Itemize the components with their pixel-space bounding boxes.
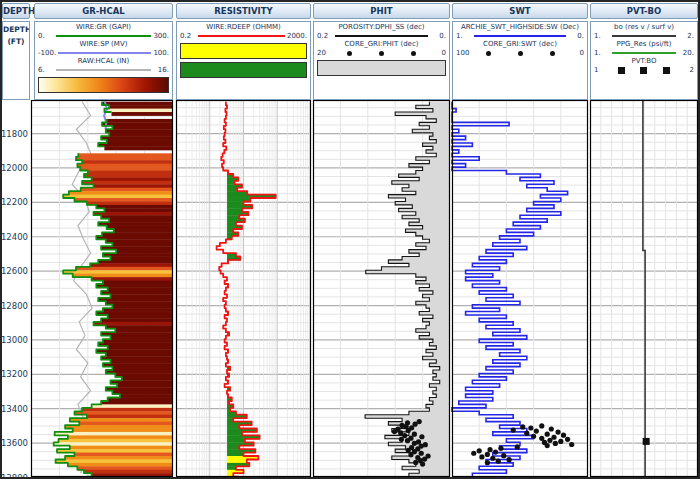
core-phit-point [408, 452, 413, 457]
gr-stripe [109, 105, 173, 109]
track-title-depth: DEPTH [2, 3, 30, 19]
track-title-resistivity: RESISTIVITY [176, 3, 311, 19]
legend-max: 20. [678, 49, 694, 57]
gr-stripe [104, 208, 173, 212]
core-swt-point [558, 439, 563, 444]
core-phit-point [406, 428, 411, 433]
gr-stripe [68, 435, 173, 439]
gr-stripe [108, 346, 173, 350]
legend-ppg-res-psi-ft-: PPG_Res (psi/ft)1.20. [593, 40, 695, 57]
core-swt-point [555, 430, 560, 435]
depth-label-12600: 12600 [1, 266, 28, 276]
fill-swatch-0 [180, 43, 307, 59]
core-dot-icon [518, 51, 523, 56]
gr-stripe [109, 219, 173, 223]
gr-stripe [93, 212, 173, 216]
legend-min: 1. [594, 49, 610, 57]
legend-pvt-bo: PVT:BO12 [593, 57, 695, 74]
gr-stripe [96, 236, 173, 240]
gr-stripe [107, 226, 173, 230]
gr-stripe [77, 466, 173, 470]
gr-stripe [75, 453, 173, 457]
gr-stripe [56, 459, 173, 463]
track-title-swt: SWT [452, 3, 588, 19]
legend-scale: 12 [594, 66, 694, 74]
gr-stripe [111, 360, 173, 364]
legend-min: 1 [594, 66, 610, 74]
resistivity-fill [227, 466, 236, 470]
track-header-swt: SWT ARCHIE_SWT_HIGHSIDE:SW (Dec)1.0.CORE… [452, 3, 588, 19]
legend-raw-hcal-in-: RAW:HCAL (IN)6.16. [37, 57, 170, 74]
resistivity-fill [227, 425, 239, 429]
legend-line [198, 35, 285, 37]
core-dot-icon [550, 51, 555, 56]
gr-stripe [114, 229, 173, 233]
legend-line [612, 35, 676, 37]
gr-stripe [101, 291, 173, 295]
gr-stripe [87, 415, 173, 419]
legend-scale: 1.0. [456, 32, 584, 40]
gr-stripe [77, 164, 173, 168]
legend-label: WIRE:RDEEP (OHMM) [179, 23, 308, 32]
legend-markers [333, 51, 430, 56]
gr-stripe [92, 404, 173, 408]
gr-stripe [82, 181, 173, 185]
gr-stripe [65, 425, 173, 429]
gr-stripe [112, 367, 173, 371]
core-phit-point [420, 462, 425, 467]
core-swt-point [511, 427, 516, 432]
legend-porosity-dphi-ss-dec-: POROSITY:DPHI_SS (dec)0.20. [316, 23, 447, 40]
gr-stripe [115, 329, 173, 333]
gr-stripe [120, 394, 173, 398]
legend-max: 300. [153, 32, 169, 40]
core-phit-point [413, 460, 418, 465]
core-phit-point [399, 437, 404, 442]
gr-stripe [103, 308, 173, 312]
pvt-bo-legend-box: bo (res v / surf v)1.2.PPG_Res (psi/ft)1… [590, 21, 698, 100]
gr-stripe [112, 243, 173, 247]
core-swt-point [569, 442, 574, 447]
gr-stripe [104, 146, 173, 150]
gr-stripe [92, 177, 173, 181]
gr-stripe [79, 422, 173, 426]
gr-stripe [78, 153, 173, 157]
depth-label-11800: 11800 [1, 129, 28, 139]
legend-core-gri-phit-dec-: CORE_GRI:PHIT (dec)200 [316, 40, 447, 57]
core-swt-point [545, 443, 550, 448]
legend-wire-sp-mv-: WIRE:SP (MV)-100.100. [37, 40, 170, 57]
gr-stripe [101, 356, 173, 360]
legend-max: 100. [153, 49, 169, 57]
core-swt-point [496, 459, 501, 464]
legend-wire-gr-gapi-: WIRE:GR (GAPI)0.300. [37, 23, 170, 40]
gr-stripe [96, 205, 173, 209]
gr-stripe [75, 198, 173, 202]
gr-stripe [75, 411, 173, 415]
core-swt-point [485, 452, 490, 457]
depth-label-12400: 12400 [1, 232, 28, 242]
core-phit-point [419, 451, 424, 456]
track-title-phit: PHIT [313, 3, 450, 19]
gr-stripe [106, 301, 173, 305]
resistivity-fill [227, 418, 233, 422]
gr-stripe [87, 201, 173, 205]
gr-stripe [101, 215, 173, 219]
legend-max: 2000. [287, 32, 307, 40]
depth-label-13600: 13600 [1, 438, 28, 448]
legend-min: -100. [38, 49, 56, 57]
core-swt-point [501, 453, 506, 458]
core-phit-point [412, 432, 417, 437]
core-swt-point [490, 456, 495, 461]
legend-label: POROSITY:DPHI_SS (dec) [316, 23, 447, 32]
pvt-bo-point [643, 438, 650, 445]
legend-line [58, 52, 151, 54]
legend-label: RAW:HCAL (IN) [37, 57, 170, 66]
gr-stripe [98, 343, 173, 347]
resistivity-fill [227, 229, 233, 233]
gr-stripe [84, 174, 173, 178]
gr-stripe [101, 318, 173, 322]
fill-swatch-0 [317, 60, 446, 76]
gr-stripe [98, 143, 173, 147]
gr-stripe [63, 270, 173, 274]
gr-stripe [82, 160, 173, 164]
gr-stripe [65, 456, 173, 460]
